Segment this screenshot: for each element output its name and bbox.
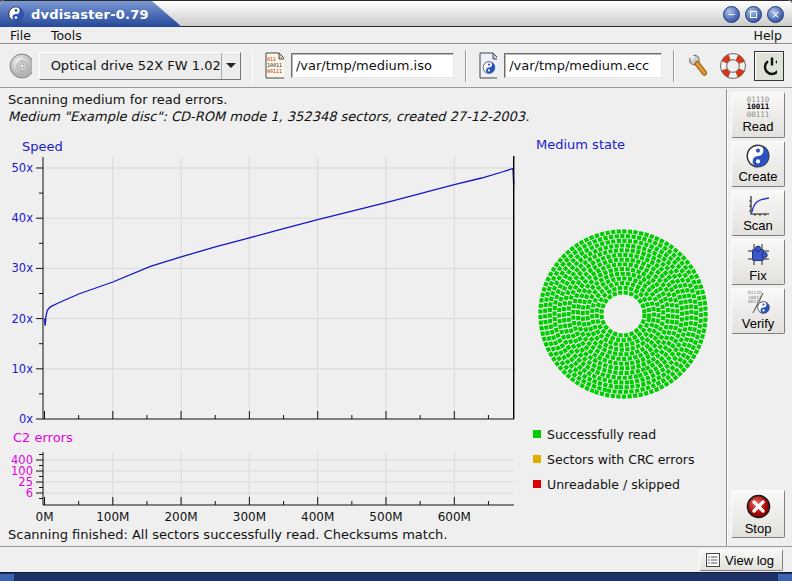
window-corner (0, 574, 14, 581)
svg-text:C2 errors: C2 errors (13, 430, 73, 445)
svg-text:40x: 40x (12, 211, 34, 225)
scan-button[interactable]: Scan (731, 190, 785, 236)
fix-button-label: Fix (749, 268, 766, 283)
action-sidebar: 011101001100111 Read Create Scan Fix (729, 89, 792, 546)
log-list-icon (706, 553, 720, 567)
svg-text:6: 6 (26, 486, 33, 500)
iso-image-file-icon: 011 10011 00111 (264, 52, 283, 79)
preferences-wrench-icon (686, 52, 712, 80)
legend-swatch-yellow (533, 455, 541, 463)
svg-text:600M: 600M (438, 510, 471, 524)
toolbar-separator (673, 50, 675, 82)
verify-button[interactable]: 011101001100111 Verify (731, 288, 785, 334)
quit-button[interactable] (754, 51, 784, 81)
menu-help[interactable]: Help (744, 28, 792, 43)
speed-chart: 0x10x20x30x40x50xSpeed (12, 139, 514, 426)
read-button-label: Read (742, 119, 773, 134)
svg-text:200M: 200M (164, 510, 197, 524)
drive-selector[interactable]: Optical drive 52X FW 1.02 (39, 52, 241, 80)
medium-state-disc (533, 222, 717, 406)
chevron-down-icon (226, 63, 236, 68)
view-log-button[interactable]: View log (699, 549, 783, 571)
toolbar-separator (465, 50, 467, 82)
minimize-button[interactable]: − (723, 6, 740, 23)
toolbar: Optical drive 52X FW 1.02 011 10011 0011… (0, 44, 792, 88)
titlebar-tab[interactable]: dvdisaster-0.79 (0, 1, 182, 27)
menu-tools[interactable]: Tools (41, 28, 92, 43)
svg-text:50x: 50x (12, 161, 34, 175)
optical-drive-disc-icon (8, 52, 32, 80)
preferences-button[interactable] (686, 50, 712, 82)
status-line-result: Scanning finished: All sectors successfu… (8, 527, 447, 542)
verify-button-label: Verify (742, 316, 775, 331)
legend-label: Successfully read (547, 427, 656, 442)
legend-label: Sectors with CRC errors (547, 452, 694, 467)
scan-button-label: Scan (743, 218, 773, 233)
svg-text:300M: 300M (233, 510, 266, 524)
svg-text:10x: 10x (12, 362, 34, 376)
menu-file[interactable]: File (0, 28, 41, 43)
help-button[interactable] (719, 50, 747, 82)
svg-text:Speed: Speed (22, 139, 63, 154)
compare-binary-yinyang-icon: 011101001100111 (745, 291, 771, 315)
stop-button-label: Stop (745, 521, 772, 536)
main-content: Scanning medium for read errors. Medium … (0, 89, 726, 546)
close-button[interactable]: × (767, 6, 784, 23)
help-lifesaver-icon (719, 52, 747, 80)
image-file-input[interactable] (291, 53, 454, 78)
legend-label: Unreadable / skipped (547, 477, 680, 492)
legend-item-crc: Sectors with CRC errors (533, 452, 723, 466)
stop-button[interactable]: Stop (731, 490, 785, 538)
svg-text:400M: 400M (301, 510, 334, 524)
drive-selector-value: Optical drive 52X FW 1.02 (40, 58, 221, 73)
window-bottom-frame (0, 572, 792, 581)
legend-swatch-red (533, 480, 541, 488)
menubar: File Tools Help (0, 27, 792, 44)
c2-errors-chart: 4001002560M100M200M300M400M500M600MC2 er… (11, 430, 514, 524)
sidebar-separator (726, 89, 728, 546)
puzzle-piece-icon (745, 242, 771, 267)
bottombar: View log (0, 546, 792, 572)
medium-state-title: Medium state (536, 137, 625, 152)
medium-state-legend: Successfully read Sectors with CRC error… (533, 427, 723, 502)
drive-selector-arrow[interactable] (221, 53, 240, 79)
view-log-label: View log (725, 553, 774, 568)
window-corner (778, 574, 792, 581)
svg-text:0M: 0M (36, 510, 54, 524)
maximize-icon (750, 11, 757, 18)
legend-item-unreadable: Unreadable / skipped (533, 477, 723, 491)
read-button[interactable]: 011101001100111 Read (731, 92, 785, 138)
svg-text:00111: 00111 (267, 68, 282, 74)
quit-power-icon (761, 55, 777, 77)
legend-swatch-green (533, 430, 541, 438)
app-logo-yinyang-icon (8, 6, 24, 22)
create-button[interactable]: Create (731, 141, 785, 187)
ecc-file-icon (478, 52, 497, 79)
dvdisaster-window: dvdisaster-0.79 − × File Tools Help Opti… (0, 0, 792, 581)
binary-digits-icon: 011101001100111 (747, 96, 770, 119)
svg-text:20x: 20x (12, 312, 34, 326)
fix-button[interactable]: Fix (731, 239, 785, 285)
create-button-label: Create (738, 169, 777, 184)
svg-text:500M: 500M (369, 510, 402, 524)
svg-text:30x: 30x (12, 261, 34, 275)
svg-text:100M: 100M (96, 510, 129, 524)
legend-item-ok: Successfully read (533, 427, 723, 441)
svg-text:0x: 0x (19, 412, 33, 426)
stop-red-x-icon (745, 493, 772, 520)
speed-curve-icon (745, 194, 771, 217)
titlebar[interactable]: dvdisaster-0.79 − × (0, 0, 792, 27)
window-title: dvdisaster-0.79 (31, 7, 149, 22)
ecc-file-input[interactable] (504, 53, 662, 78)
yin-yang-icon (746, 144, 770, 168)
toolbar-separator (252, 50, 254, 82)
maximize-button[interactable] (745, 6, 762, 23)
